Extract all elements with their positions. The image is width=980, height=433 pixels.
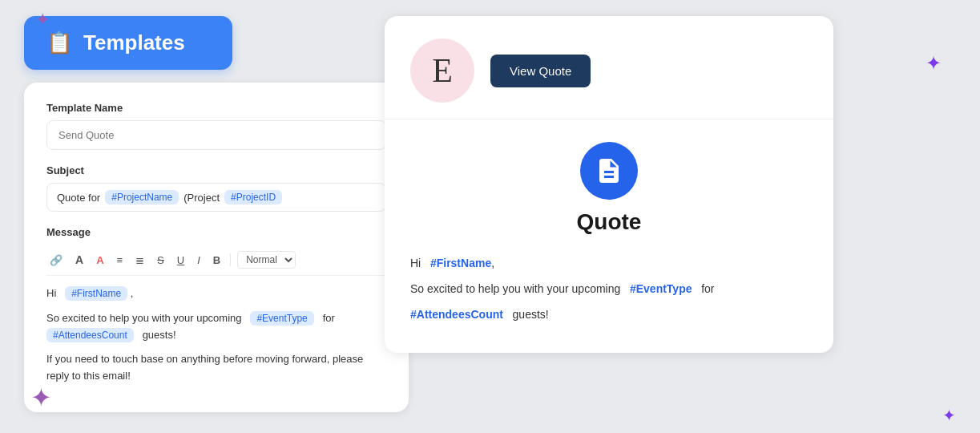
- document-icon: [595, 156, 623, 185]
- subject-row: Quote for #ProjectName (Project #Project…: [46, 183, 386, 212]
- preview-message: Hi #FirstName, So excited to help you wi…: [410, 254, 808, 324]
- preview-attendees-tag: #AttendeesCount: [410, 308, 503, 321]
- underline-icon[interactable]: U: [174, 253, 188, 268]
- eventtype-tag[interactable]: #EventType: [250, 311, 313, 326]
- form-card: Template Name Subject Quote for #Project…: [24, 83, 409, 412]
- preview-greeting: Hi: [410, 257, 421, 269]
- line2-suffix: guests!: [143, 329, 176, 341]
- text-style-select[interactable]: Normal: [237, 251, 296, 269]
- right-panel: E View Quote Quote: [385, 16, 956, 353]
- quote-icon-section: Quote: [410, 142, 808, 235]
- message-toolbar: 🔗 A A ≡ ≣ S U I B Normal: [46, 245, 386, 276]
- link-icon[interactable]: 🔗: [46, 253, 66, 268]
- view-quote-button[interactable]: View Quote: [490, 55, 591, 87]
- diamond-topright-icon: ✦: [926, 52, 942, 75]
- left-panel: 📋 Templates Template Name Subject Quote …: [24, 16, 361, 412]
- subject-label: Subject: [46, 164, 386, 176]
- template-name-label: Template Name: [46, 102, 386, 114]
- preview-line2-prefix: So excited to help you with your upcomin…: [410, 282, 620, 295]
- preview-eventtype-tag: #EventType: [630, 282, 692, 295]
- attendees-tag[interactable]: #AttendeesCount: [46, 328, 134, 342]
- template-name-input[interactable]: [46, 120, 386, 150]
- subject-prefix: Quote for: [57, 192, 100, 204]
- preview-card: E View Quote Quote: [385, 16, 833, 353]
- greeting-text: Hi: [46, 287, 56, 299]
- preview-line2-suffix: guests!: [513, 308, 549, 321]
- logo-letter: E: [432, 51, 453, 90]
- preview-body: Quote Hi #FirstName, So excited to help …: [385, 119, 833, 353]
- numbered-list-icon[interactable]: ≣: [132, 253, 147, 268]
- project-id-tag[interactable]: #ProjectID: [224, 190, 282, 204]
- message-body: Hi #FirstName , So excited to help you w…: [46, 285, 386, 385]
- main-container: ✦ ✦ ✦ 📋 Templates Template Name Subject …: [0, 0, 980, 433]
- line2-prefix: So excited to help you with your upcomin…: [46, 312, 242, 324]
- book-icon: 📋: [46, 30, 72, 55]
- comma-text: ,: [131, 287, 134, 299]
- preview-comma: ,: [491, 257, 494, 269]
- preview-line2-mid: for: [701, 282, 714, 295]
- diamond-topleft-icon: ✦: [35, 10, 50, 24]
- preview-header: E View Quote: [385, 16, 833, 119]
- view-quote-label: View Quote: [510, 64, 571, 78]
- strikethrough-icon[interactable]: S: [154, 253, 167, 268]
- text-color-icon[interactable]: A: [93, 253, 107, 268]
- message-label: Message: [46, 226, 386, 238]
- subject-suffix: (Project: [183, 192, 220, 204]
- font-color-icon[interactable]: A: [72, 252, 87, 268]
- diamond-bottomleft-icon: ✦: [30, 382, 52, 413]
- firstname-tag[interactable]: #FirstName: [65, 286, 127, 301]
- quote-title: Quote: [577, 209, 642, 235]
- bullet-list-icon[interactable]: ≡: [114, 253, 127, 268]
- etsy-logo: E: [410, 38, 474, 103]
- italic-icon[interactable]: I: [194, 253, 204, 268]
- templates-label: Templates: [83, 30, 185, 55]
- quote-icon-circle: [580, 142, 638, 200]
- bold-icon[interactable]: B: [210, 253, 224, 268]
- templates-button[interactable]: 📋 Templates: [24, 16, 232, 70]
- project-name-tag[interactable]: #ProjectName: [105, 190, 179, 204]
- preview-firstname-tag: #FirstName: [430, 257, 491, 269]
- line2-mid: for: [323, 312, 335, 324]
- line3-text: If you need to touch base on anything be…: [46, 351, 386, 385]
- diamond-bottomright-icon: ✦: [942, 406, 956, 425]
- toolbar-divider: [230, 253, 231, 266]
